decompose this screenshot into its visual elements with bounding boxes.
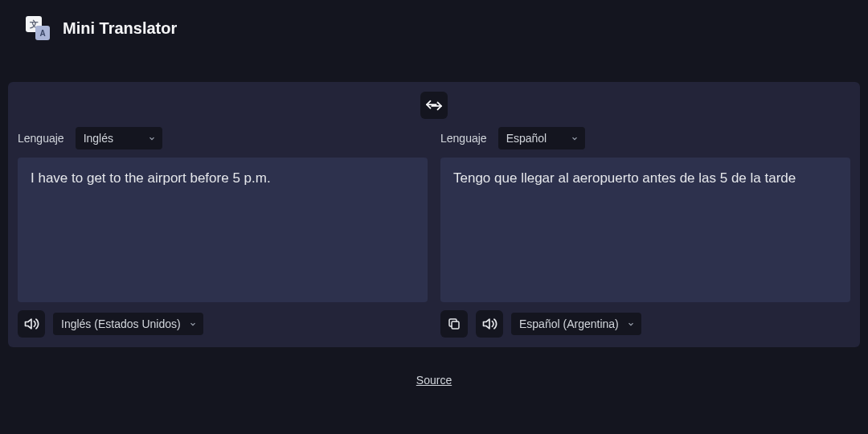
copy-icon: [447, 317, 461, 331]
app-title: Mini Translator: [63, 19, 177, 38]
chevron-down-icon: [571, 134, 579, 142]
swap-languages-button[interactable]: [420, 92, 448, 119]
source-lang-value: Inglés: [84, 132, 113, 145]
target-speak-button[interactable]: [476, 310, 503, 338]
swap-icon: [425, 98, 443, 113]
source-voice-select[interactable]: Inglés (Estados Unidos): [53, 313, 203, 335]
target-lang-select[interactable]: Español: [498, 127, 585, 149]
translator-panel: Lenguaje Inglés In: [8, 82, 860, 347]
source-column: Lenguaje Inglés In: [18, 127, 428, 338]
target-column: Lenguaje Español Tengo que llegar al aer…: [440, 127, 850, 338]
app-header: 文 A Mini Translator: [0, 0, 868, 56]
source-speak-button[interactable]: [18, 310, 45, 338]
source-lang-label: Lenguaje: [18, 132, 64, 145]
source-link[interactable]: Source: [416, 374, 452, 387]
logo-glyph-2: A: [35, 26, 50, 40]
footer: Source: [0, 373, 868, 387]
app-logo-icon: 文 A: [26, 16, 50, 40]
speaker-icon: [23, 316, 39, 332]
target-voice-value: Español (Argentina): [519, 317, 619, 330]
source-text-input[interactable]: [18, 158, 428, 302]
chevron-down-icon: [627, 320, 635, 328]
copy-button[interactable]: [440, 310, 468, 338]
target-lang-value: Español: [506, 132, 547, 145]
chevron-down-icon: [148, 134, 156, 142]
target-voice-select[interactable]: Español (Argentina): [511, 313, 641, 335]
source-voice-value: Inglés (Estados Unidos): [61, 317, 181, 330]
target-lang-label: Lenguaje: [440, 132, 487, 145]
svg-rect-0: [452, 321, 459, 329]
target-text-output: Tengo que llegar al aeropuerto antes de …: [440, 158, 850, 302]
chevron-down-icon: [189, 320, 197, 328]
source-lang-select[interactable]: Inglés: [76, 127, 162, 149]
speaker-icon: [481, 316, 497, 332]
